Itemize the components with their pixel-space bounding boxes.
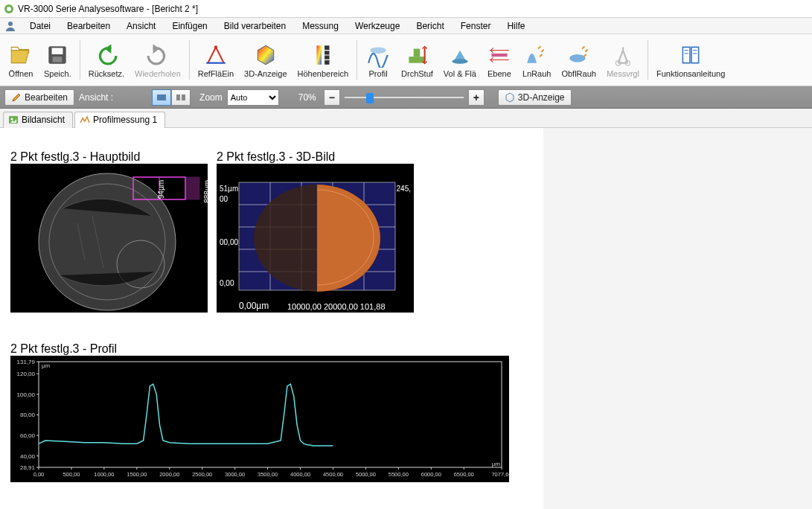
svg-text:6000,00: 6000,00: [421, 471, 441, 478]
hohenbereich-button[interactable]: Höhenbereich: [292, 36, 354, 84]
open-button[interactable]: Öffnen: [3, 36, 39, 84]
tab-bildansicht[interactable]: Bildansicht: [3, 112, 73, 128]
volflae-icon: [447, 42, 473, 68]
svg-rect-27: [182, 95, 185, 100]
svg-text:1000,00: 1000,00: [94, 471, 114, 478]
undo-button[interactable]: Rücksetz.: [83, 36, 130, 84]
app-icon: [3, 3, 15, 15]
svg-text:500,00: 500,00: [63, 471, 80, 478]
refflaein-button[interactable]: RefFläEin: [193, 36, 239, 84]
zoom-in-button[interactable]: +: [468, 89, 485, 106]
document-tabs: Bildansicht Profilmessung 1: [0, 109, 812, 128]
zoom-label: Zoom: [199, 92, 223, 103]
svg-text:2000,00: 2000,00: [159, 471, 179, 478]
svg-rect-8: [316, 45, 321, 65]
messvrgl-icon: [610, 42, 636, 68]
td-y-top2: 00: [220, 195, 228, 203]
drchstuf-icon: [404, 42, 429, 68]
main-image-caption: 2 Pkt festlg.3 - Hauptbild: [10, 150, 208, 164]
messvrgl-button: Messvrgl: [601, 36, 645, 84]
svg-rect-11: [409, 57, 425, 63]
profile-chart[interactable]: 28,9140,0060,0080,00100,00120,00131,790,…: [10, 356, 509, 482]
funktionsanleitung-button[interactable]: Funktionsanleitung: [651, 36, 730, 84]
view-mode-dual[interactable]: [171, 89, 191, 106]
menu-datei[interactable]: Datei: [22, 19, 58, 33]
view-mode-single[interactable]: [152, 89, 171, 106]
svg-text:µm: µm: [492, 461, 501, 467]
svg-text:5000,00: 5000,00: [356, 471, 376, 478]
svg-text:0,00: 0,00: [33, 471, 45, 478]
3d-view-label: 3D-Anzeige: [518, 92, 565, 103]
cube-icon: [505, 92, 515, 103]
main-toolbar: ÖffnenSpeich.Rücksetz.WiederholenRefFläE…: [0, 34, 812, 86]
svg-rect-12: [414, 48, 421, 57]
3d-view-button[interactable]: 3D-Anzeige: [498, 89, 572, 106]
profile-chart-caption: 2 Pkt festlg.3 - Profil: [10, 342, 509, 356]
main-image-panel[interactable]: 94µm 888µm: [10, 164, 208, 313]
menu-bericht[interactable]: Bericht: [409, 19, 451, 33]
svg-text:3500,00: 3500,00: [258, 471, 278, 478]
svg-text:100,00: 100,00: [17, 391, 36, 398]
svg-rect-25: [157, 95, 166, 100]
lnrauh-label: LnRauh: [522, 69, 552, 78]
svg-text:1500,00: 1500,00: [127, 471, 147, 478]
profil-label: Profil: [369, 69, 388, 78]
main-overlay-width: 888µm: [203, 180, 208, 203]
svg-text:60,00: 60,00: [20, 432, 36, 439]
edit-mode-button[interactable]: Bearbeiten: [4, 89, 74, 106]
obflrauh-button[interactable]: ObflRauh: [556, 36, 601, 84]
svg-rect-53: [10, 356, 509, 482]
svg-rect-26: [176, 95, 180, 100]
menu-fenster[interactable]: Fenster: [453, 19, 499, 33]
edit-mode-label: Bearbeiten: [25, 92, 68, 103]
drchstuf-label: DrchStuf: [401, 69, 433, 78]
svg-text:µm: µm: [42, 362, 51, 369]
redo-icon: [145, 42, 170, 68]
svg-text:80,00: 80,00: [20, 412, 36, 418]
ebene-button[interactable]: Ebene: [482, 36, 517, 84]
lnrauh-button[interactable]: LnRauh: [517, 36, 557, 84]
hohenbereich-label: Höhenbereich: [298, 69, 349, 78]
zoom-mode-select[interactable]: Auto: [227, 89, 279, 106]
user-icon: [4, 20, 16, 32]
ebene-label: Ebene: [487, 69, 511, 78]
svg-rect-5: [53, 57, 63, 62]
td-x-origin: 0,00µm: [239, 301, 269, 311]
zoom-slider[interactable]: [345, 89, 464, 106]
volflae-button[interactable]: Vol & Flä: [438, 36, 482, 84]
menu-bearbeiten[interactable]: Bearbeiten: [60, 19, 118, 33]
redo-button: Wiederholen: [130, 36, 186, 84]
volflae-label: Vol & Flä: [444, 69, 476, 78]
menu-messung[interactable]: Messung: [295, 19, 346, 33]
zoom-out-button[interactable]: −: [324, 89, 340, 106]
3d-image-panel[interactable]: 51µm 00 00,00 0,00 245, 0,00µm 10000,00 …: [217, 164, 414, 313]
drchstuf-button[interactable]: DrchStuf: [396, 36, 438, 84]
tab-profilmessung[interactable]: Profilmessung 1: [74, 112, 165, 128]
menu-werkzeuge[interactable]: Werkzeuge: [348, 19, 407, 33]
menu-hilfe[interactable]: Hilfe: [499, 19, 532, 33]
menu-bild-verarbeiten[interactable]: Bild verarbeiten: [217, 19, 293, 33]
menu-einfuegen[interactable]: Einfügen: [164, 19, 214, 33]
title-bar: VR-3000 Serie Analysesoftware - [Bericht…: [0, 0, 812, 18]
main-overlay-height: 94µm: [157, 180, 165, 199]
svg-point-18: [569, 54, 585, 62]
svg-text:120,00: 120,00: [17, 371, 36, 377]
obflrauh-label: ObflRauh: [561, 69, 595, 78]
pencil-icon: [11, 92, 22, 103]
menu-ansicht[interactable]: Ansicht: [119, 19, 163, 33]
3danzeige-button[interactable]: 3D-Anzeige: [239, 36, 292, 84]
save-button[interactable]: Speich.: [39, 36, 77, 84]
svg-rect-37: [186, 177, 199, 199]
svg-rect-4: [52, 48, 63, 54]
view-mode-group: [152, 89, 191, 106]
profile-icon: [80, 115, 90, 125]
profil-button[interactable]: Profil: [360, 36, 396, 84]
3danzeige-icon: [253, 42, 278, 68]
undo-label: Rücksetz.: [89, 69, 124, 78]
svg-point-14: [452, 59, 467, 63]
3d-image-caption: 2 Pkt festlg.3 - 3D-Bild: [217, 150, 414, 164]
messvrgl-label: Messvrgl: [607, 69, 639, 78]
tab-profilmessung-label: Profilmessung 1: [93, 115, 157, 125]
redo-label: Wiederholen: [135, 69, 181, 78]
svg-text:5500,00: 5500,00: [389, 471, 409, 478]
